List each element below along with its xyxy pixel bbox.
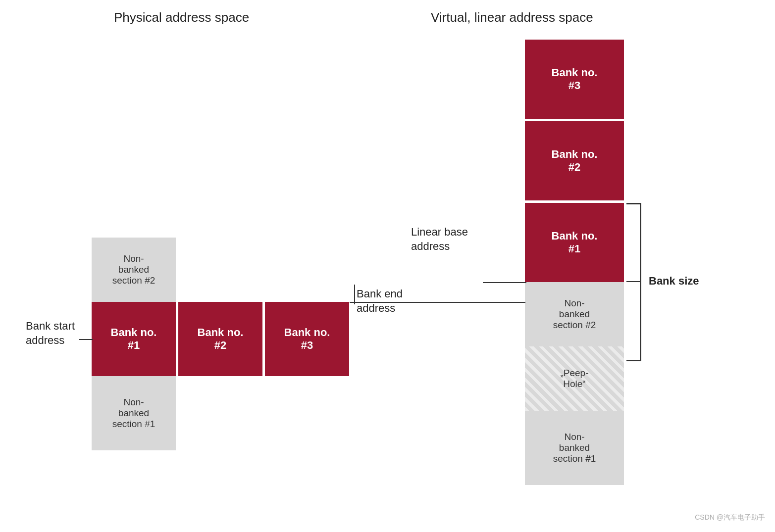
virt-nonbanked2-block: Non- banked section #2 [525,282,624,346]
phys-bank2-block: Bank no. #2 [178,302,262,376]
linear-base-hline [483,282,526,283]
virt-nonbanked1-block: Non- banked section #1 [525,411,624,485]
watermark: CSDN @汽车电子助手 [695,513,765,522]
linear-base-address-label: Linear base address [411,225,480,253]
bank-end-hline [350,302,525,303]
bank-size-label: Bank size [649,275,699,288]
bank-start-line [79,339,93,340]
virt-bank2-block: Bank no. #2 [525,121,624,200]
bank-start-address-label: Bank start address [26,319,95,347]
virt-bank3-block: Bank no. #3 [525,40,624,119]
virt-peephole-block: „Peep- Hole“ [525,346,624,411]
brace-middle-tick [626,281,641,282]
virt-bank1-block: Bank no. #1 [525,203,624,282]
phys-bank3-block: Bank no. #3 [265,302,349,376]
phys-nonbanked2-block: Non- banked section #2 [92,238,176,302]
title-virtual: Virtual, linear address space [431,10,593,25]
phys-bank1-block: Bank no. #1 [92,302,176,376]
phys-nonbanked1-block: Non- banked section #1 [92,376,176,450]
bank-end-vline [354,285,355,304]
title-physical: Physical address space [114,10,249,25]
bank-size-brace [626,203,641,361]
bank-end-address-label: Bank end address [357,287,421,315]
